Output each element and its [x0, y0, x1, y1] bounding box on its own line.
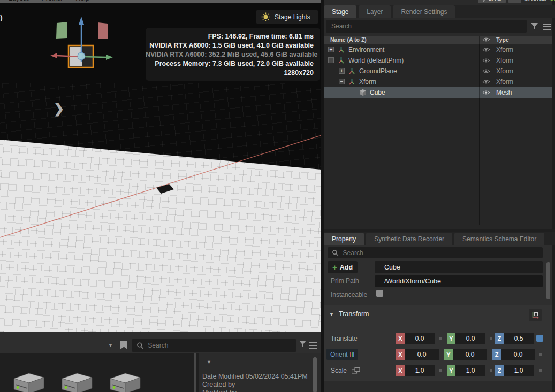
- orient-y-field[interactable]: 0.0: [453, 349, 487, 360]
- menu-help[interactable]: Help: [75, 0, 89, 2]
- orient-mode-button[interactable]: Orient: [326, 349, 358, 360]
- translate-x-field[interactable]: 0.0: [405, 333, 435, 344]
- orient-label: Orient: [330, 351, 348, 358]
- gizmo-plane-handle-red[interactable]: [98, 22, 108, 39]
- details-scrollbar[interactable]: [313, 357, 317, 392]
- dropdown-caret-icon[interactable]: ▼: [108, 343, 113, 348]
- next-section-strip: [324, 381, 552, 392]
- scale-z-field[interactable]: 1.0: [504, 365, 534, 376]
- options-menu-icon[interactable]: [309, 342, 317, 349]
- live-sync-button[interactable]: LIVE: [478, 0, 506, 3]
- expand-icon[interactable]: +: [339, 68, 345, 74]
- instanceable-checkbox[interactable]: [376, 290, 383, 297]
- stage-filter-icon[interactable]: [530, 22, 538, 30]
- prim-type: Xform: [496, 57, 513, 64]
- collapse-caret-icon[interactable]: ▼: [329, 312, 334, 317]
- filter-icon[interactable]: [299, 340, 307, 350]
- separator-square: [439, 337, 442, 340]
- content-browser-search-input[interactable]: [143, 342, 292, 349]
- property-search[interactable]: [328, 247, 543, 258]
- expand-icon[interactable]: +: [328, 47, 334, 52]
- scale-y-field[interactable]: 1.0: [455, 365, 485, 376]
- drive-icon[interactable]: [12, 370, 45, 392]
- transform-title: Transform: [339, 310, 369, 318]
- clipped-overlay-fragment: 0): [0, 13, 3, 21]
- separator-square: [490, 369, 492, 372]
- created-by-text: Created by: [202, 381, 235, 388]
- column-visibility-header-eye-icon[interactable]: [482, 37, 490, 42]
- prim-name-field[interactable]: [375, 261, 543, 273]
- gizmo-plane-handle-green[interactable]: [56, 22, 67, 39]
- column-type-header[interactable]: Type: [496, 36, 509, 43]
- visibility-eye-icon[interactable]: [482, 58, 490, 63]
- tab-layer[interactable]: Layer: [359, 5, 391, 18]
- stage-lights-button[interactable]: Stage Lights: [256, 10, 318, 24]
- collapse-icon[interactable]: −: [328, 57, 334, 63]
- translate-z-field[interactable]: 0.5: [504, 333, 534, 344]
- stage-search-input[interactable]: [331, 22, 521, 30]
- property-scrollbar[interactable]: [546, 262, 550, 299]
- tab-stage[interactable]: Stage: [324, 5, 356, 18]
- transform-axis-button[interactable]: [529, 309, 542, 321]
- stage-options-icon[interactable]: [543, 24, 551, 30]
- pane-splitter[interactable]: [194, 353, 196, 392]
- bookmark-icon[interactable]: [120, 341, 127, 349]
- column-name-header[interactable]: Name (A to Z): [330, 36, 367, 43]
- scale-row: Scale X 1.0 Y 1.0 Z 1.0: [324, 365, 552, 376]
- xform-icon: [348, 67, 355, 76]
- modified-value-badge[interactable]: [536, 335, 543, 342]
- modified-by-text: Modified by: [202, 389, 237, 392]
- tree-row-world[interactable]: − World (defaultPrim) Xform: [324, 55, 552, 66]
- visibility-eye-icon[interactable]: [482, 79, 490, 84]
- add-property-button[interactable]: + Add: [328, 261, 358, 273]
- x-axis-line: [0, 135, 321, 237]
- viewport-3d[interactable]: 0) ❯ Stage Lights FPS: 146.92, Frame tim…: [0, 3, 321, 332]
- content-browser-toolbar: ▼: [0, 338, 321, 353]
- tree-row-environment[interactable]: + Environment Xform: [324, 44, 552, 55]
- stage-tree-header: Name (A to Z) Type: [324, 36, 552, 44]
- visibility-eye-icon[interactable]: [482, 68, 490, 74]
- drive-icon[interactable]: [60, 370, 93, 392]
- tree-row-xform[interactable]: − Xform Xform: [324, 76, 552, 87]
- translate-y-field[interactable]: 0.0: [455, 333, 485, 344]
- titlebar-extra-button[interactable]: [508, 0, 521, 3]
- xform-icon: [338, 46, 345, 55]
- stage-search[interactable]: [326, 20, 527, 33]
- tree-row-groundplane[interactable]: + GroundPlane Xform: [324, 66, 552, 76]
- collapse-icon[interactable]: −: [339, 79, 345, 84]
- tab-semantics-schema-editor[interactable]: Semantics Schema Editor: [454, 233, 544, 245]
- toolbar-expand-chevron-icon[interactable]: ❯: [54, 101, 64, 116]
- menu-profiler[interactable]: Profiler: [42, 0, 63, 2]
- property-tabbar: Property Synthetic Data Recorder Semanti…: [324, 232, 555, 245]
- transform-header[interactable]: ▼ Transform: [324, 309, 552, 321]
- orient-z-field[interactable]: 0.0: [501, 349, 535, 360]
- prim-name: Cube: [370, 89, 385, 96]
- tab-render-settings[interactable]: Render Settings: [393, 5, 455, 18]
- fps-stat: FPS: 146.92, Frame time: 6.81 ms: [146, 32, 314, 41]
- x-axis-badge: X: [396, 333, 405, 344]
- visibility-eye-icon[interactable]: [482, 47, 490, 52]
- scene-object[interactable]: [156, 184, 174, 194]
- cache-label: CACHE:: [524, 0, 547, 2]
- visibility-eye-icon[interactable]: [482, 90, 490, 95]
- property-search-input[interactable]: [339, 249, 538, 257]
- gizmo-center-handle[interactable]: [78, 52, 85, 60]
- tree-row-cube[interactable]: Cube Mesh: [324, 87, 552, 98]
- prim-name: Xform: [359, 78, 376, 86]
- drive-icon[interactable]: [108, 370, 141, 392]
- tab-property[interactable]: Property: [324, 233, 364, 245]
- menu-layout[interactable]: Layout: [9, 0, 29, 2]
- tab-synthetic-data-recorder[interactable]: Synthetic Data Recorder: [366, 233, 452, 245]
- cache-state: ON: [550, 0, 555, 2]
- drives-grid: [0, 353, 194, 392]
- prim-path-field[interactable]: [375, 275, 543, 287]
- add-label: Add: [340, 264, 353, 271]
- prim-path-label: Prim Path: [331, 277, 359, 285]
- orient-x-field[interactable]: 0.0: [405, 349, 439, 360]
- live-icon: [483, 0, 487, 2]
- scale-x-field[interactable]: 1.0: [405, 365, 435, 376]
- plus-icon: +: [332, 263, 337, 272]
- content-browser-search[interactable]: [132, 339, 296, 352]
- details-collapse-caret-icon[interactable]: ▼: [207, 359, 211, 365]
- link-scale-icon[interactable]: [352, 367, 360, 374]
